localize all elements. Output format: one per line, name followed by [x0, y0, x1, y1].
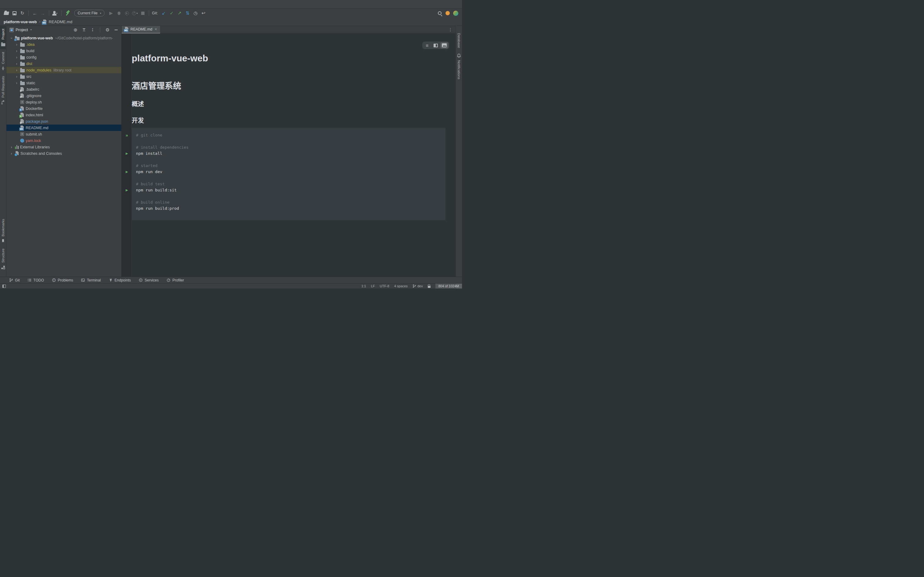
chevron-right-icon[interactable]: ›: [15, 62, 19, 66]
scratches-icon: [15, 151, 19, 156]
run-all-gutter-icon[interactable]: »: [125, 134, 129, 137]
git-push-button[interactable]: ↗: [176, 9, 184, 17]
run-configuration-select[interactable]: Current File ▾: [74, 10, 105, 16]
toolwindow-button-profiler[interactable]: Profiler: [166, 278, 184, 282]
tree-item-node-modules[interactable]: ›node_moduleslibrary root: [6, 67, 121, 73]
tree-item-dockerfile[interactable]: DDockerfile: [6, 105, 121, 112]
tree-item-.babelrc[interactable]: {}.babelrc: [6, 86, 121, 92]
git-history-button[interactable]: ◷: [192, 9, 200, 17]
code-line: # install dependencies: [136, 145, 189, 150]
toolwindow-button-git[interactable]: Git: [9, 278, 19, 282]
markdown-h1: platform-vue-web: [132, 53, 208, 63]
update-indicator-button[interactable]: [444, 9, 452, 17]
sidebar-item-structure[interactable]: Structure: [0, 246, 6, 272]
tree-item-.idea[interactable]: ›.idea: [6, 41, 121, 48]
docker-file-icon: D: [20, 106, 24, 111]
run-gutter-icon[interactable]: ▶: [125, 170, 129, 174]
toolwindow-button-services[interactable]: Services: [139, 278, 158, 282]
debug-button[interactable]: [115, 9, 123, 17]
chevron-down-icon[interactable]: ›: [10, 36, 14, 40]
tree-item-index.html[interactable]: Hindex.html: [6, 112, 121, 118]
toolwindow-button-todo[interactable]: TODO: [27, 278, 44, 282]
tree-item-config[interactable]: ›config: [6, 54, 121, 60]
run-gutter-icon[interactable]: ▶: [125, 189, 129, 192]
tree-item-package.json[interactable]: {}package.json: [6, 118, 121, 124]
profiler-button[interactable]: ▾: [131, 9, 139, 17]
project-panel-title[interactable]: Project: [16, 27, 28, 32]
sidebar-item-bookmarks[interactable]: Bookmarks: [0, 216, 6, 246]
chevron-right-icon[interactable]: ›: [15, 49, 19, 53]
git-commit-button[interactable]: ✓: [168, 9, 176, 17]
back-button[interactable]: ←: [31, 9, 39, 17]
hide-panel-button[interactable]: [113, 27, 120, 33]
tree-item-readme.md[interactable]: MDREADME.md: [6, 124, 121, 131]
run-button[interactable]: ▶: [107, 9, 115, 17]
caret-position[interactable]: 1:1: [362, 284, 366, 288]
chevron-right-icon[interactable]: ›: [15, 68, 19, 73]
tab-options-button[interactable]: ⋮: [445, 27, 456, 32]
chevron-right-icon[interactable]: ›: [10, 145, 13, 149]
close-icon[interactable]: ×: [155, 27, 157, 31]
tree-item-platform-vue-web[interactable]: ›platform-vue-web~/GitCode/hotel-platfor…: [6, 35, 121, 41]
tree-item-src[interactable]: ›src: [6, 73, 121, 80]
git-rollback-button[interactable]: ↩: [200, 9, 207, 17]
chevron-right-icon[interactable]: ›: [15, 42, 19, 47]
tree-item-build[interactable]: ›build: [6, 48, 121, 54]
panel-settings-button[interactable]: ⚙: [104, 27, 111, 33]
tree-item-dist[interactable]: ›dist: [6, 60, 121, 67]
stop-button[interactable]: [139, 9, 147, 17]
tree-item-static[interactable]: ›static: [6, 80, 121, 86]
git-update-button[interactable]: ↙: [160, 9, 168, 17]
view-mode-editor-and-preview-icon[interactable]: [432, 42, 440, 48]
toolwindow-button-terminal[interactable]: Terminal: [81, 278, 100, 282]
toolwindow-button-problems[interactable]: Problems: [52, 278, 73, 282]
breadcrumb-file[interactable]: MD README.md: [43, 19, 72, 24]
open-file-button[interactable]: [2, 9, 10, 17]
sidebar-item-pull-requests[interactable]: Pull Requests: [0, 73, 6, 107]
breadcrumb-project[interactable]: platform-vue-web: [4, 19, 37, 24]
indent-style[interactable]: 4 spaces: [394, 284, 408, 288]
avatar: [453, 11, 458, 16]
memory-indicator[interactable]: 804 of 1024M: [435, 284, 462, 289]
locate-file-button[interactable]: ⊕: [72, 27, 79, 33]
chevron-right-icon[interactable]: ›: [15, 74, 19, 79]
tree-item-external-libraries[interactable]: ›External Libraries: [6, 144, 121, 150]
shell-file-icon: ›: [20, 100, 24, 104]
chevron-down-icon[interactable]: ▾: [30, 28, 31, 31]
file-lock-widget[interactable]: [428, 284, 431, 288]
tree-item-deploy.sh[interactable]: ›deploy.sh: [6, 99, 121, 105]
toolwindow-button-endpoints[interactable]: Endpoints: [109, 278, 131, 282]
chevron-right-icon[interactable]: ›: [15, 81, 19, 85]
view-mode-preview-only-icon[interactable]: [440, 42, 448, 48]
git-branch-widget[interactable]: dev: [412, 284, 423, 288]
build-button[interactable]: [64, 9, 72, 17]
sidebar-item-database[interactable]: Database: [456, 30, 462, 51]
collapse-all-button[interactable]: ▼▲: [89, 27, 96, 33]
chevron-right-icon[interactable]: ›: [15, 55, 19, 60]
sidebar-item-notifications[interactable]: Notifications: [456, 51, 462, 82]
tab-readme[interactable]: MD README.md ×: [122, 26, 160, 34]
git-fetch-button[interactable]: ⇅: [184, 9, 192, 17]
tree-item-scratches-and-consoles[interactable]: ›Scratches and Consoles: [6, 150, 121, 156]
forward-button[interactable]: →: [39, 9, 47, 17]
toolwindow-switcher-icon[interactable]: [2, 285, 6, 288]
sync-button[interactable]: ↻: [18, 9, 26, 17]
run-coverage-button[interactable]: ▶: [123, 9, 131, 17]
structure-icon: [1, 265, 5, 269]
code-with-me-button[interactable]: ▾: [51, 9, 59, 17]
profile-avatar-button[interactable]: [452, 9, 460, 17]
sidebar-item-commit[interactable]: Commit: [0, 49, 6, 74]
tree-item-.gitignore[interactable]: ∅.gitignore: [6, 92, 121, 99]
json-file-icon: {}: [20, 87, 24, 92]
run-gutter-icon[interactable]: ▶: [125, 152, 129, 155]
search-everywhere-button[interactable]: [436, 9, 444, 17]
sidebar-item-project[interactable]: Project: [0, 26, 6, 49]
line-separator[interactable]: LF: [371, 284, 375, 288]
file-encoding[interactable]: UTF-8: [380, 284, 389, 288]
tree-item-submit.sh[interactable]: ›submit.sh: [6, 131, 121, 137]
expand-all-button[interactable]: ▼: [81, 27, 87, 33]
save-all-button[interactable]: [10, 9, 18, 17]
tree-item-yarn.lock[interactable]: yarn.lock: [6, 137, 121, 144]
view-mode-editor-only-icon[interactable]: ≡: [423, 42, 431, 48]
chevron-right-icon[interactable]: ›: [10, 152, 13, 156]
